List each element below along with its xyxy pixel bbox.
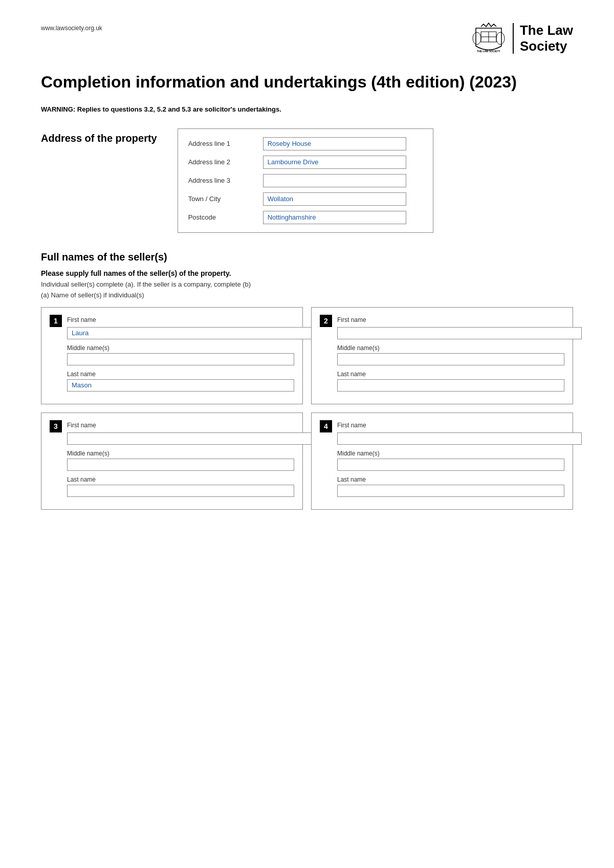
middle-name-input[interactable] (337, 459, 564, 471)
sellers-title: Full names of the seller(s) (41, 251, 573, 263)
seller-card-header: 3First name (50, 420, 294, 432)
address-row: Address line 3 (188, 174, 423, 187)
first-name-input[interactable] (67, 432, 312, 445)
seller-card-1: 1First nameLauraMiddle name(s) Last name… (41, 307, 303, 404)
website-url: www.lawsociety.org.uk (41, 20, 102, 32)
last-name-label: Last name (67, 371, 294, 378)
first-name-label: First name (67, 316, 96, 323)
page-title: Completion information and undertakings … (41, 72, 573, 93)
svg-text:THE LAW SOCIETY: THE LAW SOCIETY (477, 50, 501, 53)
first-name-input[interactable] (337, 432, 582, 445)
page-header: www.lawsociety.org.uk THE LAW SOCIETY Th… (41, 20, 573, 56)
last-name-input[interactable] (67, 485, 294, 497)
address-row: Address line 1Roseby House (188, 137, 423, 150)
last-name-label: Last name (67, 476, 294, 483)
middle-name-label: Middle name(s) (67, 344, 294, 352)
seller-number-badge: 3 (50, 420, 62, 432)
last-name-label: Last name (337, 371, 564, 378)
middle-name-group: Middle name(s) (320, 450, 564, 471)
address-row: Address line 2Lambourne Drive (188, 156, 423, 169)
logo-text: The Law Society (520, 23, 573, 54)
last-name-group: Last name (320, 476, 564, 497)
seller-card-4: 4First name Middle name(s) Last name (311, 413, 573, 510)
middle-name-label: Middle name(s) (337, 344, 564, 352)
crest-icon: THE LAW SOCIETY (471, 20, 507, 56)
last-name-group: Last name (320, 371, 564, 392)
address-field-label: Postcode (188, 213, 255, 221)
last-name-group: Last nameMason (50, 371, 294, 392)
seller-number-badge: 2 (320, 315, 332, 327)
first-name-label: First name (67, 422, 96, 429)
logo-divider (513, 23, 514, 54)
address-field-value[interactable]: Nottinghamshire (263, 211, 406, 224)
sellers-desc: Individual seller(s) complete (a). If th… (41, 280, 573, 288)
address-field-label: Address line 1 (188, 140, 255, 147)
last-name-label: Last name (337, 476, 564, 483)
warning-text: WARNING: Replies to questions 3.2, 5.2 a… (41, 105, 573, 113)
address-field-value[interactable]: Lambourne Drive (263, 156, 406, 169)
first-name-label: First name (337, 422, 366, 429)
middle-name-label: Middle name(s) (337, 450, 564, 457)
seller-card-header: 2First name (320, 315, 564, 327)
seller-card-header: 4First name (320, 420, 564, 432)
address-field-label: Address line 2 (188, 158, 255, 166)
sellers-sublabel: (a) Name of seller(s) if individual(s) (41, 291, 573, 299)
seller-number-badge: 1 (50, 315, 62, 327)
address-field-label: Town / City (188, 195, 255, 203)
middle-name-group: Middle name(s) (50, 450, 294, 471)
first-name-input[interactable]: Laura (67, 327, 312, 339)
sellers-section: Full names of the seller(s) Please suppl… (41, 251, 573, 510)
seller-number-badge: 4 (320, 420, 332, 432)
seller-card-3: 3First name Middle name(s) Last name (41, 413, 303, 510)
last-name-input[interactable]: Mason (67, 379, 294, 392)
seller-card-2: 2First name Middle name(s) Last name (311, 307, 573, 404)
seller-card-header: 1First name (50, 315, 294, 327)
address-field-value[interactable]: Wollaton (263, 192, 406, 206)
address-field-value[interactable]: Roseby House (263, 137, 406, 150)
address-row: PostcodeNottinghamshire (188, 211, 423, 224)
sellers-grid-top: 1First nameLauraMiddle name(s) Last name… (41, 307, 573, 404)
address-section: Address of the property Address line 1Ro… (41, 128, 573, 233)
address-field-label: Address line 3 (188, 177, 255, 184)
middle-name-group: Middle name(s) (50, 344, 294, 365)
first-name-label: First name (337, 316, 366, 323)
sellers-grid-bottom: 3First name Middle name(s) Last name 4Fi… (41, 413, 573, 510)
address-field-value[interactable] (263, 174, 406, 187)
middle-name-input[interactable] (337, 353, 564, 365)
address-section-label: Address of the property (41, 128, 157, 144)
middle-name-input[interactable] (67, 459, 294, 471)
last-name-input[interactable] (337, 485, 564, 497)
last-name-input[interactable] (337, 379, 564, 392)
middle-name-label: Middle name(s) (67, 450, 294, 457)
last-name-group: Last name (50, 476, 294, 497)
logo-area: THE LAW SOCIETY The Law Society (471, 20, 573, 56)
sellers-subtitle: Please supply full names of the seller(s… (41, 269, 573, 277)
first-name-input[interactable] (337, 327, 582, 339)
middle-name-input[interactable] (67, 353, 294, 365)
address-table: Address line 1Roseby HouseAddress line 2… (178, 128, 433, 233)
middle-name-group: Middle name(s) (320, 344, 564, 365)
address-row: Town / CityWollaton (188, 192, 423, 206)
